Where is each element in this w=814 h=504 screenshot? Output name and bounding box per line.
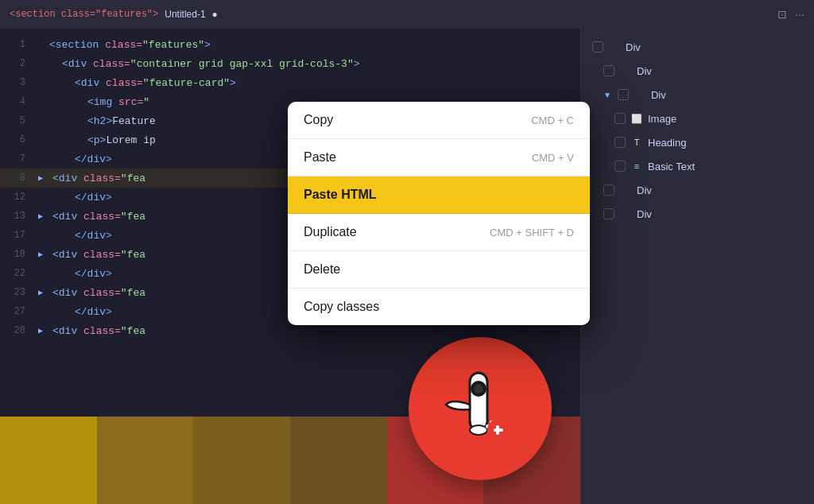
title-bar-icons: ⊡ ···	[777, 8, 804, 21]
tree-checkbox-basic-text[interactable]	[614, 161, 626, 172]
tree-item-basic-text[interactable]: ≡ Basic Text	[581, 154, 814, 178]
tree-label-div-2: Div	[637, 65, 652, 77]
menu-item-paste-label: Paste	[304, 150, 336, 165]
heading-icon: T	[630, 136, 643, 149]
more-icon[interactable]: ···	[795, 8, 804, 21]
swiss-knife-svg	[436, 365, 524, 452]
color-block-amber	[97, 417, 194, 504]
menu-item-copy-label: Copy	[304, 113, 333, 127]
menu-item-duplicate[interactable]: Duplicate CMD + SHIFT + D	[288, 214, 590, 251]
tree-label-div-5: Div	[637, 208, 652, 220]
svg-point-3	[474, 384, 483, 394]
swiss-knife-background	[409, 337, 552, 480]
menu-item-paste[interactable]: Paste CMD + V	[288, 139, 590, 176]
structure-tree: Div Div ▼ Div ⬜ Image T Heading	[581, 29, 814, 232]
svg-point-1	[470, 425, 487, 435]
menu-item-paste-html[interactable]: Paste HTML	[288, 176, 590, 214]
swiss-knife-icon	[409, 337, 552, 480]
tree-checkbox-image[interactable]	[614, 113, 626, 124]
menu-item-copy[interactable]: Copy CMD + C	[288, 102, 590, 139]
color-block-orange	[290, 417, 387, 504]
div-icon-2	[619, 64, 632, 77]
tree-checkbox-heading[interactable]	[614, 137, 626, 148]
tree-item-div-1[interactable]: Div	[581, 35, 814, 59]
div-icon-3	[634, 88, 646, 101]
tree-label-div-3: Div	[651, 89, 666, 101]
tree-checkbox-div-2[interactable]	[603, 65, 614, 76]
tree-checkbox-div-1[interactable]	[592, 41, 603, 52]
tree-item-div-5[interactable]: Div	[581, 202, 814, 226]
tree-checkbox-div-5[interactable]	[603, 208, 614, 219]
menu-item-duplicate-shortcut: CMD + SHIFT + D	[490, 227, 574, 238]
tree-item-heading[interactable]: T Heading	[581, 130, 814, 154]
chevron-icon-div-3: ▼	[603, 91, 611, 99]
code-line-3: 3 <div class="feature-card">	[0, 73, 580, 92]
layout-icon[interactable]: ⊡	[777, 8, 787, 21]
menu-item-copy-classes-label: Copy classes	[304, 300, 379, 314]
svg-rect-8	[496, 425, 499, 435]
tree-item-div-4[interactable]: Div	[581, 178, 814, 202]
tree-item-div-3[interactable]: ▼ Div	[581, 83, 814, 107]
tree-label-div-1: Div	[626, 41, 641, 53]
menu-item-copy-classes[interactable]: Copy classes	[288, 289, 590, 325]
text-icon: ≡	[630, 160, 643, 173]
tree-label-image: Image	[648, 113, 676, 125]
title-bar-dot: ●	[212, 9, 218, 20]
code-line-1: 1 <section class="features">	[0, 35, 580, 54]
structure-panel: Structure 🗑 ⊞ Div Div ▼ Div ⬜ I	[580, 0, 814, 504]
div-icon-1	[608, 41, 621, 53]
tree-checkbox-div-4[interactable]	[603, 184, 614, 196]
menu-item-delete-label: Delete	[304, 262, 340, 277]
menu-item-duplicate-label: Duplicate	[304, 225, 357, 239]
image-icon: ⬜	[630, 112, 643, 125]
menu-item-paste-shortcut: CMD + V	[532, 152, 574, 164]
tree-item-div-2[interactable]: Div	[581, 59, 814, 83]
tree-label-heading: Heading	[648, 137, 686, 149]
menu-item-paste-html-label: Paste HTML	[304, 188, 377, 202]
menu-item-copy-shortcut: CMD + C	[531, 114, 574, 126]
tree-item-image[interactable]: ⬜ Image	[581, 107, 814, 130]
div-icon-4	[619, 184, 632, 196]
tree-checkbox-div-3[interactable]	[618, 89, 629, 100]
div-icon-5	[619, 207, 632, 220]
tree-label-basic-text: Basic Text	[648, 161, 695, 173]
title-bar: <section class="features"> Untitled-1 ● …	[0, 0, 814, 29]
tree-label-div-4: Div	[637, 184, 652, 196]
color-block-yellow	[0, 417, 97, 504]
code-line-2: 2 <div class="container grid gap-xxl gri…	[0, 54, 580, 73]
context-menu: Copy CMD + C Paste CMD + V Paste HTML Du…	[288, 102, 590, 325]
title-bar-filename: Untitled-1	[165, 9, 205, 20]
menu-item-delete[interactable]: Delete	[288, 251, 590, 289]
title-bar-tag: <section class="features">	[10, 9, 158, 20]
color-block-gold	[193, 417, 290, 504]
